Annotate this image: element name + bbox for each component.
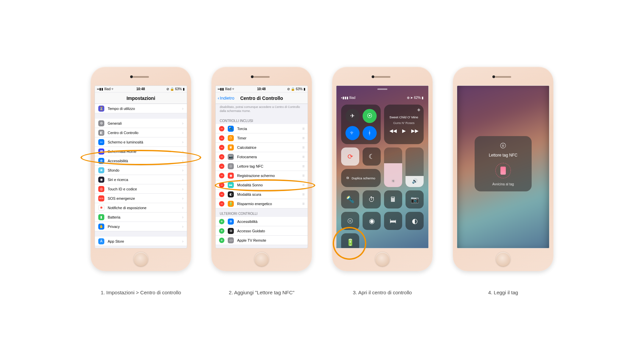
- add-button[interactable]: +: [219, 238, 224, 243]
- home-button[interactable]: [375, 252, 390, 267]
- low-power-tile[interactable]: 🔋: [341, 233, 359, 248]
- remove-button[interactable]: −: [219, 154, 224, 160]
- home-button[interactable]: [133, 252, 148, 267]
- settings-row[interactable]: ▦Schermata Home›: [95, 147, 187, 156]
- do-not-disturb-tile[interactable]: ☾: [363, 147, 381, 166]
- chevron-right-icon: ›: [182, 121, 183, 126]
- settings-row[interactable]: ◎Touch ID e codice›: [95, 184, 187, 194]
- cellular-toggle[interactable]: ⦿: [363, 109, 377, 123]
- settings-row[interactable]: SOSSOS emergenze›: [95, 194, 187, 203]
- chevron-right-icon: ›: [182, 177, 183, 182]
- camera-tile[interactable]: 📷: [406, 190, 424, 208]
- control-row[interactable]: +✲Accessibilità: [216, 217, 308, 226]
- nfc-phone-icon: [500, 167, 506, 175]
- dark-mode-tile[interactable]: ◐: [406, 212, 424, 230]
- brightness-slider[interactable]: ☀: [384, 147, 402, 187]
- connectivity-panel[interactable]: ✈ ⦿ ᯤ ᚼ: [341, 105, 381, 144]
- nfc-reader-popup: ⦾ Lettore tag NFC Avvicina al tag: [475, 136, 532, 191]
- settings-row[interactable]: AApp Store›: [95, 237, 187, 246]
- flashlight-tile[interactable]: 🔦: [341, 190, 359, 208]
- settings-row[interactable]: ✲Accessibilità›: [95, 156, 187, 166]
- lock-icon: 🔒: [291, 87, 295, 91]
- screen-mirroring-tile[interactable]: ⧉ Duplica schermo: [341, 169, 381, 187]
- remove-button[interactable]: −: [219, 126, 224, 131]
- control-row[interactable]: −🖩Calcolatrice≡: [216, 143, 308, 152]
- nav-bar: ‹ Indietro Centro di Controllo: [216, 93, 308, 104]
- bluetooth-toggle[interactable]: ᚼ: [363, 126, 377, 140]
- remove-button[interactable]: −: [219, 135, 224, 141]
- drag-handle-icon[interactable]: ≡: [302, 201, 304, 206]
- add-button[interactable]: +: [219, 219, 224, 224]
- home-button[interactable]: [496, 252, 511, 267]
- cc-status: ▪▮▮▮ Iliad ⊕ ➤ 62% ▮: [341, 96, 424, 100]
- settings-row[interactable]: ▮Batteria›: [95, 213, 187, 222]
- chevron-right-icon: ›: [182, 159, 183, 163]
- control-row[interactable]: +⧉Accesso Guidato: [216, 226, 308, 236]
- control-row[interactable]: −⦾Lettore tag NFC≡: [216, 162, 308, 171]
- settings-row[interactable]: ◧Centro di Controllo›: [95, 128, 187, 137]
- back-button[interactable]: ‹ Indietro: [218, 96, 234, 101]
- remove-button[interactable]: −: [219, 182, 224, 188]
- control-row[interactable]: +▭Apple TV Remote: [216, 236, 308, 245]
- caption: 1. Impostazioni > Centro di controllo: [101, 290, 181, 295]
- wifi-toggle[interactable]: ᯤ: [345, 126, 360, 140]
- settings-row[interactable]: ✋Privacy›: [95, 222, 187, 231]
- next-track-icon[interactable]: ▶▶: [411, 128, 419, 133]
- timer-tile[interactable]: ⏱: [363, 190, 381, 208]
- remove-button[interactable]: −: [219, 192, 224, 197]
- remove-button[interactable]: −: [219, 173, 224, 178]
- prev-track-icon[interactable]: ◀◀: [389, 128, 397, 133]
- settings-row[interactable]: ◉Siri e ricerca›: [95, 175, 187, 184]
- remove-button[interactable]: −: [219, 145, 224, 150]
- settings-row[interactable]: ⏳Tempo di utilizzo›: [95, 104, 187, 113]
- settings-row[interactable]: ✱Notifiche di esposizione›: [95, 203, 187, 213]
- control-row[interactable]: −📷Fotocamera≡: [216, 152, 308, 162]
- row-label: Fotocamera: [237, 155, 257, 159]
- row-icon: ◐: [228, 191, 234, 197]
- control-row[interactable]: −◉Registrazione schermo≡: [216, 171, 308, 180]
- remove-button[interactable]: −: [219, 164, 224, 169]
- airplane-toggle[interactable]: ✈: [345, 109, 360, 123]
- settings-row[interactable]: ⚙Generali›: [95, 119, 187, 128]
- carrier-label: Iliad: [104, 87, 110, 91]
- orientation-lock-tile[interactable]: ⟳: [341, 147, 359, 166]
- screen-settings: ▪▪▮▮ Iliad ᯤ 10:48 ⊘ 🔒 63% ▮ Impostazion…: [95, 85, 187, 248]
- airplay-icon[interactable]: ◈: [417, 107, 420, 112]
- drag-handle-icon[interactable]: ≡: [302, 164, 304, 169]
- song-title: Sweet Child O' Mine: [389, 115, 418, 119]
- step-2: ▪▪▮▮ Iliad ᯤ 10:48 ⊘ 🔒 63% ▮ ‹: [211, 67, 312, 295]
- sleep-tile[interactable]: 🛏: [384, 212, 402, 230]
- drag-handle-icon[interactable]: ≡: [302, 192, 304, 197]
- screen-record-tile[interactable]: ◉: [363, 212, 381, 230]
- volume-slider[interactable]: 🔊: [406, 147, 424, 187]
- drag-handle-icon[interactable]: ≡: [302, 136, 304, 140]
- row-label: Siri e ricerca: [108, 178, 128, 182]
- drag-handle-icon[interactable]: ≡: [302, 126, 304, 131]
- control-row[interactable]: −⏱Timer≡: [216, 133, 308, 143]
- remove-button[interactable]: −: [219, 201, 224, 206]
- chevron-right-icon: ›: [182, 224, 183, 229]
- add-button[interactable]: +: [219, 228, 224, 234]
- calculator-tile[interactable]: 🖩: [384, 190, 402, 208]
- nfc-reader-tile[interactable]: ⦾: [341, 212, 359, 230]
- drag-handle-icon[interactable]: ≡: [302, 145, 304, 150]
- music-panel[interactable]: ◈ Sweet Child O' Mine Guns N' Roses ◀◀ ▶…: [384, 105, 424, 144]
- control-row[interactable]: −🛏Modalità Sonno≡: [216, 180, 308, 190]
- control-row[interactable]: −🔋Risparmio energetico≡: [216, 199, 308, 208]
- control-row[interactable]: −◐Modalità scura≡: [216, 190, 308, 199]
- row-label: Generali: [108, 121, 122, 125]
- drag-handle-icon[interactable]: ≡: [302, 183, 304, 187]
- control-row[interactable]: −🔦Torcia≡: [216, 124, 308, 133]
- settings-row[interactable]: AASchermo e luminosità›: [95, 137, 187, 147]
- row-label: Calcolatrice: [237, 145, 256, 149]
- phone-frame: ▪▪▮▮ Iliad ᯤ 10:48 ⊘ 🔒 63% ▮ ‹: [211, 67, 312, 271]
- nfc-scan-ring: [495, 163, 511, 178]
- row-icon: ⚙: [98, 120, 104, 126]
- play-icon[interactable]: ▶: [402, 128, 406, 133]
- home-button[interactable]: [254, 252, 269, 267]
- battery-icon: ▮: [422, 96, 424, 100]
- settings-note: disabilitato, potrai comunque accedere a…: [216, 104, 308, 116]
- drag-handle-icon[interactable]: ≡: [302, 155, 304, 159]
- drag-handle-icon[interactable]: ≡: [302, 173, 304, 178]
- settings-row[interactable]: ❀Sfondo›: [95, 166, 187, 175]
